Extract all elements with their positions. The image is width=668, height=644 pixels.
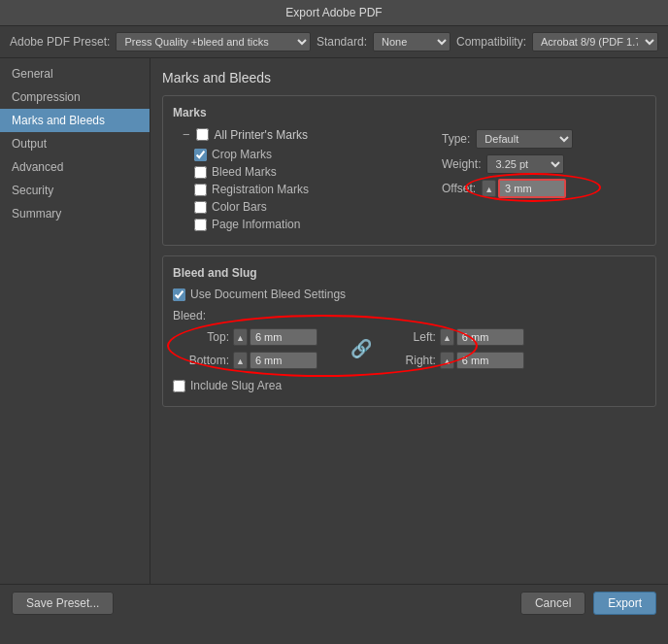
toolbar: Adobe PDF Preset: Press Quality +bleed a…	[0, 26, 668, 58]
compatibility-select[interactable]: Acrobat 8/9 (PDF 1.7)	[532, 32, 658, 51]
chain-icon: 🔗	[351, 338, 372, 359]
compatibility-label: Compatibility:	[456, 35, 526, 49]
bleed-section-label: Bleed and Slug	[173, 266, 646, 280]
sidebar-item-compression[interactable]: Compression	[0, 85, 150, 109]
include-slug-label: Include Slug Area	[190, 379, 282, 392]
sidebar-item-security[interactable]: Security	[0, 179, 150, 202]
type-label: Type:	[442, 132, 470, 146]
registration-marks-label: Registration Marks	[212, 183, 309, 196]
bleed-label: Bleed:	[173, 309, 206, 322]
marks-section: Marks − All Printer's Marks Crop Marks	[162, 95, 656, 246]
sidebar-item-marks-and-bleeds[interactable]: Marks and Bleeds	[0, 109, 150, 132]
left-label: Left:	[405, 330, 436, 344]
preset-select[interactable]: Press Quality +bleed and ticks	[116, 32, 311, 51]
panel: Marks and Bleeds Marks − All Printer's M…	[150, 58, 668, 428]
crop-marks-checkbox[interactable]	[194, 149, 207, 161]
offset-label: Offset:	[442, 182, 476, 195]
right-label: Right:	[405, 354, 436, 367]
title-text: Export Adobe PDF	[285, 6, 382, 19]
left-input[interactable]	[456, 328, 524, 346]
page-info-label: Page Information	[212, 218, 300, 231]
crop-marks-label: Crop Marks	[212, 148, 272, 161]
weight-label: Weight:	[442, 157, 481, 171]
bleed-section: Bleed and Slug Use Document Bleed Settin…	[162, 255, 656, 407]
offset-input[interactable]	[498, 179, 566, 198]
type-select[interactable]: Default	[476, 129, 573, 149]
bleed-marks-label: Bleed Marks	[212, 165, 277, 179]
weight-select[interactable]: 3.25 pt	[486, 154, 564, 174]
sidebar-item-summary[interactable]: Summary	[0, 202, 150, 225]
panel-title: Marks and Bleeds	[162, 70, 656, 85]
top-input[interactable]	[250, 328, 317, 346]
all-printers-label: All Printer's Marks	[215, 128, 308, 142]
all-printers-checkbox[interactable]	[196, 128, 209, 141]
use-document-bleed-label: Use Document Bleed Settings	[190, 288, 346, 301]
standard-label: Standard:	[317, 35, 367, 49]
top-spinner[interactable]: ▲	[233, 328, 248, 346]
sidebar-item-output[interactable]: Output	[0, 132, 150, 155]
color-bars-label: Color Bars	[212, 200, 267, 214]
use-document-bleed-checkbox[interactable]	[173, 288, 185, 301]
title-bar: Export Adobe PDF	[0, 0, 668, 26]
sidebar-item-advanced[interactable]: Advanced	[0, 155, 150, 179]
right-spinner[interactable]: ▲	[440, 352, 454, 369]
preset-label: Adobe PDF Preset:	[10, 35, 110, 49]
marks-section-label: Marks	[173, 106, 646, 119]
bottom-spinner[interactable]: ▲	[233, 352, 248, 369]
footer: Save Preset... Cancel Export	[0, 584, 668, 622]
sidebar: General Compression Marks and Bleeds Out…	[0, 58, 150, 584]
registration-marks-checkbox[interactable]	[194, 184, 207, 196]
offset-spinner-up[interactable]: ▲	[482, 180, 496, 197]
right-input[interactable]	[456, 352, 524, 369]
standard-select[interactable]: None	[373, 32, 451, 51]
sidebar-item-general[interactable]: General	[0, 62, 150, 85]
bottom-label: Bottom:	[183, 354, 229, 367]
cancel-button[interactable]: Cancel	[520, 592, 585, 615]
dash-icon: −	[183, 127, 190, 142]
top-label: Top:	[183, 330, 229, 344]
include-slug-checkbox[interactable]	[173, 380, 185, 392]
save-preset-button[interactable]: Save Preset...	[12, 592, 114, 615]
bottom-input[interactable]	[250, 352, 317, 369]
page-info-checkbox[interactable]	[194, 219, 207, 231]
bleed-marks-checkbox[interactable]	[194, 166, 207, 179]
left-spinner[interactable]: ▲	[440, 328, 454, 346]
color-bars-checkbox[interactable]	[194, 201, 207, 214]
export-button[interactable]: Export	[593, 592, 656, 615]
